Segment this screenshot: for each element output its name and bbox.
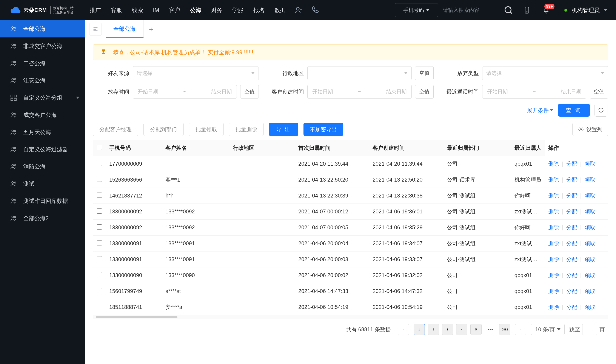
row-assign-link[interactable]: 分配 [566, 240, 577, 247]
call-icon[interactable] [309, 4, 321, 16]
top-nav-公海[interactable]: 公海 [185, 4, 206, 16]
page-size-select[interactable]: 10 条/页 [531, 324, 565, 335]
pagination-last-page[interactable]: 6882 [499, 324, 510, 335]
filter-select-2[interactable]: 请选择 [482, 66, 608, 80]
top-nav-客户[interactable]: 客户 [164, 4, 185, 16]
row-claim-link[interactable]: 领取 [585, 160, 595, 167]
filter-select-0[interactable]: 请选择 [133, 66, 259, 80]
row-checkbox[interactable] [97, 240, 102, 246]
bell-icon[interactable]: 99+ [540, 4, 552, 16]
row-assign-link[interactable]: 分配 [566, 176, 577, 183]
search-input[interactable] [443, 3, 503, 17]
row-checkbox[interactable] [97, 193, 102, 198]
search-type-select[interactable]: 手机号码 [395, 3, 438, 17]
row-checkbox[interactable] [97, 161, 102, 166]
pagination-page-2[interactable]: 2 [428, 324, 439, 335]
null-button[interactable]: 空值 [415, 66, 434, 80]
row-assign-link[interactable]: 分配 [566, 208, 577, 215]
row-assign-link[interactable]: 分配 [566, 256, 577, 263]
filter-daterange-2[interactable]: 开始日期~结束日期 [482, 85, 586, 99]
row-checkbox[interactable] [97, 256, 102, 261]
row-delete-link[interactable]: 删除 [548, 272, 559, 279]
mobile-icon[interactable] [521, 4, 533, 16]
filter-select-1[interactable] [307, 66, 411, 80]
row-claim-link[interactable]: 领取 [585, 272, 595, 279]
add-user-icon[interactable] [293, 4, 305, 16]
row-checkbox[interactable] [97, 288, 102, 293]
top-nav-报名[interactable]: 报名 [249, 4, 269, 16]
refresh-button[interactable] [594, 104, 607, 117]
sidebar-item-11[interactable]: 全部公海2 [0, 209, 85, 227]
row-claim-link[interactable]: 领取 [585, 288, 595, 295]
sidebar-item-4[interactable]: 自定义公海分组 [0, 89, 85, 106]
row-delete-link[interactable]: 删除 [548, 288, 559, 295]
export-button[interactable]: 导 出 [269, 123, 298, 136]
row-delete-link[interactable]: 删除 [548, 304, 559, 311]
sidebar-item-6[interactable]: 五月天公海 [0, 123, 85, 141]
pagination-page-1[interactable]: 1 [414, 324, 425, 335]
export-plain-button[interactable]: 不加密导出 [304, 123, 343, 136]
sidebar-item-1[interactable]: 非成交客户公海 [0, 38, 85, 55]
row-delete-link[interactable]: 删除 [548, 256, 559, 263]
row-assign-link[interactable]: 分配 [566, 160, 577, 167]
sidebar-item-7[interactable]: 自定义公海过滤器 [0, 141, 85, 158]
row-claim-link[interactable]: 领取 [585, 240, 595, 247]
expand-filters-link[interactable]: 展开条件 [527, 107, 553, 114]
row-claim-link[interactable]: 领取 [585, 256, 595, 263]
prev-page-button[interactable]: ‹ [398, 324, 409, 335]
set-columns-button[interactable]: 设置列 [572, 123, 608, 136]
row-checkbox[interactable] [97, 208, 102, 214]
pagination-page-4[interactable]: 4 [456, 324, 467, 335]
row-assign-link[interactable]: 分配 [566, 192, 577, 199]
row-claim-link[interactable]: 领取 [585, 208, 595, 215]
select-all-checkbox[interactable] [97, 145, 102, 150]
null-button[interactable]: 空值 [590, 85, 608, 99]
row-assign-link[interactable]: 分配 [566, 304, 577, 311]
row-assign-link[interactable]: 分配 [566, 224, 577, 231]
filter-daterange-0[interactable]: 开始日期~结束日期 [133, 85, 237, 99]
top-nav-数据[interactable]: 数据 [270, 4, 290, 16]
row-checkbox[interactable] [97, 272, 102, 277]
row-checkbox[interactable] [97, 224, 102, 230]
query-button[interactable]: 查 询 [558, 104, 590, 117]
next-page-button[interactable]: › [515, 324, 526, 335]
search-icon[interactable] [503, 3, 514, 17]
row-claim-link[interactable]: 领取 [585, 304, 595, 311]
assign-dept-button[interactable]: 分配到部门 [143, 123, 184, 136]
row-delete-link[interactable]: 删除 [548, 240, 559, 247]
sidebar-item-8[interactable]: 消防公海 [0, 158, 85, 175]
sidebar-item-2[interactable]: 二咨公海 [0, 55, 85, 72]
pagination-page-3[interactable]: 3 [442, 324, 453, 335]
sidebar-item-10[interactable]: 测试昨日回库数据 [0, 192, 85, 209]
page-jump-input[interactable] [582, 324, 597, 335]
row-assign-link[interactable]: 分配 [566, 272, 577, 279]
add-tab-button[interactable]: ＋ [144, 24, 159, 34]
toggle-sidebar-button[interactable] [89, 23, 102, 36]
row-checkbox[interactable] [97, 304, 102, 309]
row-checkbox[interactable] [97, 177, 102, 182]
row-claim-link[interactable]: 领取 [585, 192, 595, 199]
assign-manager-button[interactable]: 分配客户经理 [93, 123, 138, 136]
pagination-page-5[interactable]: 5 [470, 324, 482, 335]
null-button[interactable]: 空值 [415, 85, 434, 99]
row-delete-link[interactable]: 删除 [548, 176, 559, 183]
sidebar-item-5[interactable]: 成交客户公海 [0, 106, 85, 123]
admin-menu[interactable]: 机构管理员 [564, 6, 607, 14]
top-nav-线索[interactable]: 线索 [127, 4, 148, 16]
top-nav-客服[interactable]: 客服 [106, 4, 127, 16]
row-delete-link[interactable]: 删除 [548, 160, 559, 167]
sidebar-item-0[interactable]: 全部公海 [0, 20, 85, 38]
top-nav-学服[interactable]: 学服 [228, 4, 248, 16]
tab-all-public[interactable]: 全部公海 [106, 20, 144, 38]
batch-delete-button[interactable]: 批量删除 [229, 123, 264, 136]
top-nav-IM[interactable]: IM [148, 5, 164, 16]
filter-daterange-1[interactable]: 开始日期~结束日期 [307, 85, 411, 99]
row-claim-link[interactable]: 领取 [585, 224, 595, 231]
sidebar-item-3[interactable]: 注安公海 [0, 72, 85, 89]
top-nav-财务[interactable]: 财务 [206, 4, 227, 16]
row-assign-link[interactable]: 分配 [566, 288, 577, 295]
horizontal-scrollbar[interactable] [93, 315, 608, 319]
row-delete-link[interactable]: 删除 [548, 192, 559, 199]
row-delete-link[interactable]: 删除 [548, 224, 559, 231]
sidebar-item-9[interactable]: 测试 [0, 175, 85, 192]
